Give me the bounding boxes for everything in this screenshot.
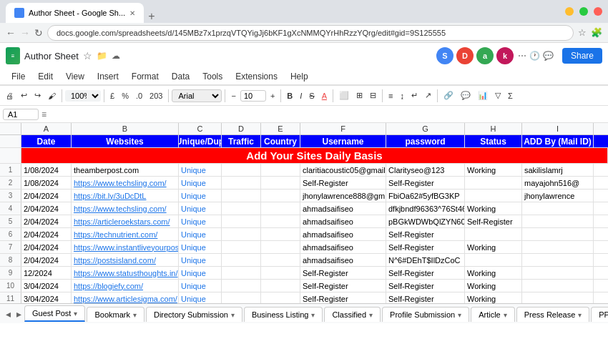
- strikethrough-button[interactable]: S: [306, 90, 317, 102]
- sheet-tab-directory-submission[interactable]: Directory Submission▾: [146, 307, 242, 322]
- sheet-tab-next-icon[interactable]: ▸: [14, 308, 24, 320]
- cell-country[interactable]: [261, 280, 300, 292]
- percent-icon[interactable]: %: [119, 90, 132, 102]
- tab-close-icon[interactable]: ✕: [129, 9, 135, 17]
- website-link[interactable]: https://articleroekstars.com/: [74, 217, 170, 226]
- font-size-increase-icon[interactable]: +: [268, 90, 278, 102]
- menu-data[interactable]: Data: [166, 70, 195, 83]
- col-header-e[interactable]: E: [261, 123, 300, 134]
- cloud-save-icon[interactable]: ☁: [112, 51, 120, 61]
- header-password[interactable]: password: [386, 135, 465, 147]
- cell-date[interactable]: 2/04/2024: [21, 254, 72, 266]
- reload-icon[interactable]: ↻: [34, 27, 43, 39]
- history-icon[interactable]: 🕐: [529, 51, 540, 61]
- menu-edit[interactable]: Edit: [32, 70, 59, 83]
- cell-traffic[interactable]: [222, 241, 261, 253]
- sheet-tab-press-release[interactable]: Press Release▾: [516, 307, 590, 322]
- cell-website[interactable]: theamberpost.com: [72, 164, 179, 176]
- table-row[interactable]: 7 2/04/2024 https://www.instantliveyourp…: [0, 241, 608, 254]
- cell-unique[interactable]: Unique: [179, 190, 222, 202]
- cell-status[interactable]: Working: [465, 267, 522, 279]
- align-v-icon[interactable]: ↨: [397, 90, 407, 102]
- font-size-decrease-icon[interactable]: −: [228, 90, 238, 102]
- url-input[interactable]: [47, 25, 574, 41]
- col-header-a[interactable]: A: [21, 123, 72, 134]
- cell-date[interactable]: 1/08/2024: [21, 177, 72, 189]
- cell-unique[interactable]: Unique: [179, 228, 222, 240]
- align-left-icon[interactable]: ≡: [386, 90, 396, 102]
- table-row[interactable]: 2 1/08/2024 https://www.techsling.com/ U…: [0, 177, 608, 190]
- cell-unique[interactable]: Unique: [179, 254, 222, 266]
- sheet-tab-guest-post[interactable]: Guest Post▾: [24, 305, 85, 322]
- sheet-tab-dropdown-icon[interactable]: ▾: [458, 311, 461, 319]
- sheet-tab-dropdown-icon[interactable]: ▾: [231, 311, 235, 319]
- cell-country[interactable]: [261, 241, 300, 253]
- cell-date[interactable]: 2/04/2024: [21, 190, 72, 202]
- font-size-input[interactable]: [240, 90, 266, 102]
- cell-password[interactable]: Self-Register: [386, 280, 465, 292]
- cell-traffic[interactable]: [222, 228, 261, 240]
- cell-website[interactable]: https://blogiefy.com/: [72, 280, 179, 292]
- cell-country[interactable]: [261, 164, 300, 176]
- table-row[interactable]: 6 2/04/2024 https://technutrient.com/ Un…: [0, 228, 608, 241]
- cell-password[interactable]: Self-Register: [386, 177, 465, 189]
- bold-button[interactable]: B: [284, 90, 295, 102]
- cell-unique[interactable]: Unique: [179, 164, 222, 176]
- sheet-tab-business-listing[interactable]: Business Listing▾: [244, 307, 323, 322]
- comments-icon[interactable]: 💬: [543, 51, 554, 61]
- cell-addby[interactable]: [522, 215, 594, 227]
- sheet-tab-bookmark[interactable]: Bookmark▾: [87, 307, 144, 322]
- cell-username[interactable]: jhonylawrence888@gm: [300, 190, 386, 202]
- cell-password[interactable]: dfkjbndf96363^76St46: [386, 202, 465, 215]
- share-button[interactable]: Share: [562, 48, 602, 64]
- cell-unique[interactable]: Unique: [179, 280, 222, 292]
- cell-status[interactable]: [465, 254, 522, 266]
- back-icon[interactable]: ←: [6, 27, 16, 39]
- col-header-g[interactable]: G: [386, 123, 465, 134]
- sheet-tab-ppt[interactable]: PPT▾: [591, 307, 608, 322]
- rotate-icon[interactable]: ↗: [422, 89, 434, 102]
- cell-password[interactable]: N^6#DEhT$IlDzCoC: [386, 254, 465, 266]
- cell-website[interactable]: https://technutrient.com/: [72, 228, 179, 240]
- bookmark-star-icon[interactable]: ☆: [578, 27, 587, 38]
- cell-addby[interactable]: [522, 228, 594, 240]
- cell-username[interactable]: ahmadsaifiseo: [300, 241, 386, 253]
- header-traffic[interactable]: Traffic: [222, 135, 261, 147]
- italic-button[interactable]: I: [297, 90, 305, 102]
- sheet-tab-article[interactable]: Article▾: [471, 307, 515, 322]
- cell-website[interactable]: https://bit.ly/3uDcDtL: [72, 190, 179, 202]
- header-unique[interactable]: Unique/Dup: [179, 135, 222, 147]
- website-link[interactable]: https://www.techsling.com/: [74, 205, 167, 213]
- website-link[interactable]: https://www.instantliveyourpost.com/: [74, 243, 179, 252]
- extensions-icon[interactable]: 🧩: [591, 27, 602, 38]
- filter-icon[interactable]: ▽: [492, 89, 504, 102]
- cell-reference-input[interactable]: [3, 109, 39, 120]
- cell-country[interactable]: [261, 177, 300, 189]
- decimal-dec-icon[interactable]: .0: [133, 90, 145, 102]
- menu-tools[interactable]: Tools: [197, 70, 228, 83]
- cell-password[interactable]: Clarityseo@123: [386, 164, 465, 176]
- cell-date[interactable]: 3/04/2024: [21, 280, 72, 292]
- window-close-button[interactable]: [594, 7, 602, 16]
- cell-traffic[interactable]: [222, 254, 261, 266]
- cell-traffic[interactable]: [222, 177, 261, 189]
- table-row[interactable]: 3 2/04/2024 https://bit.ly/3uDcDtL Uniqu…: [0, 190, 608, 202]
- header-addby[interactable]: ADD By (Mail ID): [522, 135, 594, 147]
- menu-view[interactable]: View: [60, 70, 90, 83]
- cell-unique[interactable]: Unique: [179, 215, 222, 227]
- header-status[interactable]: Status: [465, 135, 522, 147]
- cell-addby[interactable]: [522, 202, 594, 215]
- cell-traffic[interactable]: [222, 190, 261, 202]
- cell-unique[interactable]: Unique: [179, 267, 222, 279]
- formula-input[interactable]: [49, 110, 605, 119]
- fill-color-button[interactable]: ⬜: [336, 89, 352, 102]
- cell-status[interactable]: [465, 190, 522, 202]
- forward-icon[interactable]: →: [20, 27, 30, 39]
- cell-addby[interactable]: mayajohn516@: [522, 177, 594, 189]
- cell-username[interactable]: ahmadsaifiseo: [300, 228, 386, 240]
- menu-help[interactable]: Help: [285, 70, 314, 83]
- cell-country[interactable]: [261, 228, 300, 240]
- sheet-tab-profile-submission[interactable]: Profile Submission▾: [382, 307, 469, 322]
- website-link[interactable]: https://technutrient.com/: [74, 230, 157, 239]
- cell-country[interactable]: [261, 267, 300, 279]
